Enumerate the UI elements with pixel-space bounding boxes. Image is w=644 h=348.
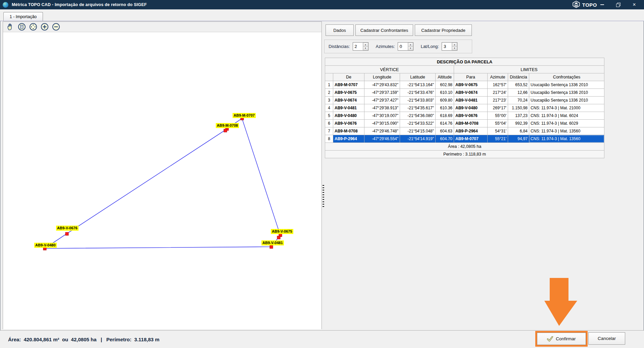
azimutes-label: Azimutes: bbox=[376, 44, 395, 49]
app-icon bbox=[3, 2, 8, 8]
parcel-table: DESCRIÇÃO DA PARCELA VÉRTICE LIMITES De … bbox=[325, 58, 604, 158]
azimutes-stepper[interactable]: 0 ▲ ▼ bbox=[398, 42, 413, 51]
splitter-grip-icon bbox=[323, 185, 324, 207]
col-num-header bbox=[325, 73, 333, 81]
table-title-row: DESCRIÇÃO DA PARCELA bbox=[325, 58, 604, 66]
col-latitude-header: Latitude bbox=[400, 73, 436, 81]
window-title: Métrica TOPO CAD - Importação de arquivo… bbox=[12, 2, 147, 7]
table-perimeter-row: Perímetro : 3.118,83 m bbox=[325, 151, 604, 158]
col-longitude-header: Longitude bbox=[364, 73, 400, 81]
table-row[interactable]: 7 AB9-M-0708 -47°29'46.748" -21°54'15.04… bbox=[325, 127, 604, 135]
tab-strip: 1 - Importação bbox=[0, 9, 644, 21]
callout-arrow-icon bbox=[544, 278, 578, 327]
group-vertice: VÉRTICE bbox=[325, 66, 454, 73]
content-divider bbox=[0, 21, 644, 21]
topo-logo: TOPO bbox=[572, 0, 597, 9]
perimeter-total: Perímetro : 3.118,83 m bbox=[325, 151, 604, 158]
cancel-button-label: Cancelar bbox=[598, 336, 616, 341]
vertex-label: AB9-V-0481 bbox=[261, 240, 284, 245]
table-row[interactable]: 2 AB9-V-0675 -47°29'37.159" -21°54'33.47… bbox=[325, 89, 604, 97]
col-azimute-header: Azimute bbox=[488, 73, 508, 81]
distancias-label: Distâncias: bbox=[329, 44, 350, 49]
distancias-stepper[interactable]: 2 ▲ ▼ bbox=[353, 42, 368, 51]
azimutes-value[interactable]: 0 bbox=[398, 43, 408, 50]
map-toolbar bbox=[3, 22, 321, 32]
table-row[interactable]: 5 AB9-V-0480 -47°30'19.007" -21°54'36.08… bbox=[325, 112, 604, 120]
area-total: Área : 42,0805 ha bbox=[325, 143, 604, 151]
spin-up-icon[interactable]: ▲ bbox=[408, 43, 413, 47]
zoom-in-icon[interactable] bbox=[40, 23, 49, 31]
col-distancia-header: Distância bbox=[508, 73, 529, 81]
topo-logo-text: TOPO bbox=[582, 2, 597, 8]
dados-button-label: Dados bbox=[333, 28, 346, 33]
vertex-label: AB9-M-0708 bbox=[216, 123, 239, 128]
spin-up-icon[interactable]: ▲ bbox=[363, 43, 368, 47]
zoom-extents-icon[interactable] bbox=[29, 23, 37, 31]
zoom-out-icon[interactable] bbox=[52, 23, 60, 31]
map-canvas[interactable]: AB9-M-0707 AB9-M-0708 AB9-V-0676 AB9-V-0… bbox=[3, 32, 321, 329]
table-row[interactable]: 1 AB9-M-0707 -47°29'43.832" -21°54'13.16… bbox=[325, 81, 604, 89]
zoom-window-icon[interactable] bbox=[17, 23, 26, 31]
dados-button[interactable]: Dados bbox=[326, 24, 354, 36]
vertex-label: AB9-V-0480 bbox=[34, 243, 57, 248]
minimize-icon[interactable] bbox=[598, 1, 606, 8]
cadastrar-propriedade-button[interactable]: Cadastrar Propriedade bbox=[415, 24, 472, 36]
cadastrar-confrontantes-label: Cadastrar Confrontantes bbox=[360, 28, 408, 33]
cadastrar-propriedade-label: Cadastrar Propriedade bbox=[421, 28, 465, 33]
map-panel: AB9-M-0707 AB9-M-0708 AB9-V-0676 AB9-V-0… bbox=[3, 21, 322, 329]
close-icon[interactable]: × bbox=[631, 1, 638, 8]
pan-hand-icon[interactable] bbox=[6, 23, 14, 31]
latlong-label: Lat/Long: bbox=[421, 44, 439, 49]
spin-down-icon[interactable]: ▼ bbox=[452, 47, 457, 51]
precision-options-group: Distâncias: 2 ▲ ▼ Azimutes: 0 ▲ ▼ Lat/Lo… bbox=[324, 40, 472, 53]
table-row[interactable]: 6 AB9-V-0676 -47°30'15.090" -21°54'33.52… bbox=[325, 120, 604, 127]
latlong-stepper[interactable]: 3 ▲ ▼ bbox=[442, 42, 457, 51]
group-limites: LIMITES bbox=[454, 66, 604, 73]
cancel-button[interactable]: Cancelar bbox=[588, 332, 625, 345]
col-altitude-header: Altitude bbox=[436, 73, 454, 81]
col-para-header: Para bbox=[454, 73, 488, 81]
vertex-label: AB9-V-0676 bbox=[56, 226, 79, 231]
col-de-header: De bbox=[333, 73, 364, 81]
table-title: DESCRIÇÃO DA PARCELA bbox=[325, 58, 604, 66]
table-header-row: De Longitude Latitude Altitude Para Azim… bbox=[325, 73, 604, 81]
vertex-label: AB9-M-0707 bbox=[233, 113, 256, 118]
confirm-button[interactable]: Confirmar bbox=[537, 333, 586, 345]
latlong-value[interactable]: 3 bbox=[442, 43, 452, 50]
spin-down-icon[interactable]: ▼ bbox=[363, 47, 368, 51]
checkmark-icon bbox=[547, 336, 553, 342]
parcel-polygon bbox=[3, 32, 321, 329]
spin-up-icon[interactable]: ▲ bbox=[452, 43, 457, 47]
app-window: Métrica TOPO CAD - Importação de arquivo… bbox=[0, 0, 644, 348]
table-row[interactable]: 3 AB9-V-0674 -47°29'37.427" -21°54'33.80… bbox=[325, 97, 604, 104]
spin-down-icon[interactable]: ▼ bbox=[408, 47, 413, 51]
topo-logo-icon bbox=[572, 0, 581, 9]
table-row[interactable]: 4 AB9-V-0481 -47°29'38.913" -21°54'35.61… bbox=[325, 104, 604, 112]
title-bar: Métrica TOPO CAD - Importação de arquivo… bbox=[0, 0, 644, 9]
confirm-highlight: Confirmar bbox=[535, 331, 588, 347]
cadastrar-confrontantes-button[interactable]: Cadastrar Confrontantes bbox=[355, 24, 413, 36]
tab-importacao[interactable]: 1 - Importação bbox=[3, 12, 43, 21]
vertex-markers bbox=[43, 117, 282, 250]
distancias-value[interactable]: 2 bbox=[353, 43, 363, 50]
restore-icon[interactable] bbox=[614, 1, 622, 8]
table-row-selected[interactable]: 8 AB9-P-2964 -47°29'46.554" -21°54'14.91… bbox=[325, 135, 604, 143]
table-group-row: VÉRTICE LIMITES bbox=[325, 66, 604, 73]
vertex-label: AB9-V-0675 bbox=[271, 229, 293, 234]
status-summary: Área: 420.804,861 m² ou 42,0805 ha | Per… bbox=[8, 331, 159, 348]
col-confrontacoes-header: Confrontações bbox=[529, 73, 604, 81]
confirm-button-label: Confirmar bbox=[556, 336, 576, 341]
table-area-row: Área : 42,0805 ha bbox=[325, 143, 604, 151]
tab-label: 1 - Importação bbox=[10, 14, 37, 19]
